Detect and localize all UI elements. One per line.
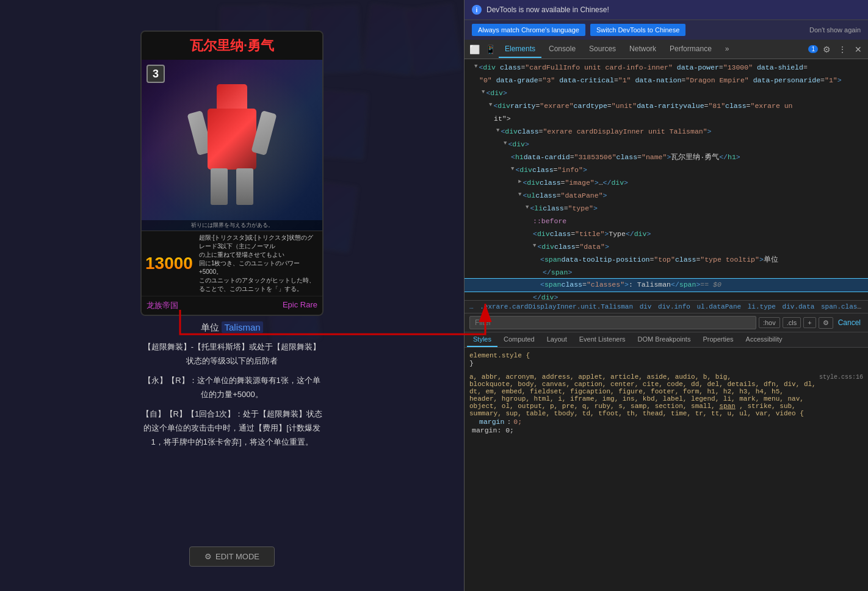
tree-line[interactable]: ► <div class="image">…</div> (465, 177, 868, 190)
devtools-info-text: DevTools is now available in Chinese! (486, 5, 861, 14)
filter-bar: :hov .cls + ⚙ Cancel (465, 313, 868, 332)
devtools-lang-bar: Always match Chrome's language Switch De… (465, 20, 868, 40)
element-style-selector: element.style { (469, 351, 863, 359)
css-sel-line2: blockquote, body, canvas, caption, cente… (469, 381, 863, 388)
style-origin: style.css:16 (819, 374, 863, 381)
tree-line-content: <div class="cardFullInfo unit card-info-… (479, 62, 863, 74)
tree-line[interactable]: ▼ <ul class="dataPane"> (465, 190, 868, 202)
card-title: 瓦尔里纳·勇气 (142, 32, 322, 60)
edit-mode-button[interactable]: ⚙ EDIT MODE (189, 546, 275, 567)
device-icon[interactable]: 📱 (483, 42, 497, 57)
more-options-icon[interactable]: ⋮ (835, 42, 850, 57)
tab-computed[interactable]: Computed (497, 332, 541, 347)
game-area: 瓦尔里纳·勇气 3 祈りには限界を与える力がある。 13000 超限·[トリクス… (0, 0, 464, 591)
card-nation: 龙族帝国 (146, 300, 178, 311)
tree-line[interactable]: ▼ <div class="data"> (465, 241, 868, 254)
css-sel-line4: header, hgroup, html, i, iframe, img, in… (469, 395, 863, 403)
robot-leg-left (211, 168, 228, 205)
card-stats-bar: 13000 超限·[トリクスタ]或·[トリクスタ]状態のグレード3以下（主にノー… (142, 231, 322, 296)
card-container: 瓦尔里纳·勇气 3 祈りには限界を与える力がある。 13000 超限·[トリクス… (140, 30, 324, 316)
cursor-icon[interactable]: ⬜ (467, 42, 482, 57)
effect-line-1: 超限·[トリクスタ]或·[トリクスタ]状態のグレード3以下（主にノーマル (199, 234, 315, 251)
effect-line-3: 回に1枚つき、このユニットのパワー+5000。 (199, 259, 315, 276)
styles-content: element.style { } a, abbr, acronym, addr… (465, 348, 868, 591)
badge-count: 1 (808, 45, 818, 53)
tab-more[interactable]: » (719, 41, 736, 58)
card-artwork (183, 72, 281, 206)
add-style-button[interactable]: + (803, 317, 816, 328)
tag-name-div: div (483, 63, 496, 71)
effect-line-4: このユニットのアタックがヒットした時、 (199, 276, 315, 285)
tab-layout[interactable]: Layout (541, 332, 573, 347)
breadcrumb: … .exrare.cardDisplayInner.unit.Talisman… (469, 303, 868, 310)
tree-line[interactable]: ▼ <div> (465, 87, 868, 100)
settings-style-button[interactable]: ⚙ (819, 317, 833, 329)
gear-icon: ⚙ (204, 552, 212, 561)
css-multi-selector-rule: a, abbr, acronym, address, applet, artic… (469, 373, 863, 434)
hov-filter-button[interactable]: :hov (759, 317, 780, 328)
dom-tree[interactable]: ▼ <div class="cardFullInfo unit card-inf… (465, 59, 868, 300)
attr-class: class (500, 63, 521, 71)
styles-tabs: Styles Computed Layout Event Listeners D… (465, 332, 868, 348)
tree-line[interactable]: ▼ <div rarity="exrare" cardtype="unit" d… (465, 100, 868, 113)
tree-line[interactable]: </div> (465, 292, 868, 300)
tree-line[interactable]: </span> (465, 267, 868, 279)
tab-elements[interactable]: Elements (499, 41, 541, 58)
tab-event-listeners[interactable]: Event Listeners (573, 332, 632, 347)
settings-icon[interactable]: ⚙ (819, 42, 834, 57)
tab-styles[interactable]: Styles (467, 332, 497, 347)
pseudo-before: ::before (533, 216, 566, 227)
cancel-filter-button[interactable]: Cancel (836, 317, 863, 328)
tab-network[interactable]: Network (623, 41, 662, 58)
tab-performance[interactable]: Performance (664, 41, 718, 58)
css-prop-margin: margin : 0; (469, 417, 863, 426)
tab-dom-breakpoints[interactable]: DOM Breakpoints (632, 332, 697, 347)
effect-line-5: ることで、このユニットを「」する。 (199, 285, 315, 293)
card-rarity: Epic Rare (283, 300, 317, 311)
tree-line[interactable]: ▼ <div class="cardFullInfo unit card-inf… (465, 62, 868, 74)
devtools-info-bar: i DevTools is now available in Chinese! (465, 0, 868, 20)
robot-head (217, 84, 247, 112)
switch-devtools-button[interactable]: Switch DevTools to Chinese (590, 24, 685, 36)
edit-mode-label: EDIT MODE (215, 552, 259, 561)
tree-line[interactable]: ▼ <div> (465, 138, 868, 151)
style-filter-input[interactable] (469, 316, 756, 329)
tree-line[interactable]: ▼ <div class="info"> (465, 164, 868, 177)
tree-line[interactable]: "0" data-grade="3" data-critical="1" dat… (465, 74, 868, 87)
element-style-closing: } (469, 359, 863, 367)
tree-line[interactable]: it"> (465, 113, 868, 126)
css-sel-line6: summary, sup, table, tbody, td, tfoot, t… (469, 410, 863, 417)
tab-properties[interactable]: Properties (696, 332, 739, 347)
css-closing-brace: margin: 0; (469, 426, 863, 434)
tree-line[interactable]: <div class="title">Type</div> (465, 228, 868, 241)
tree-line[interactable]: ::before (465, 215, 868, 228)
match-language-button[interactable]: Always match Chrome's language (472, 24, 585, 36)
cls-filter-button[interactable]: .cls (783, 317, 801, 328)
grade-badge: 3 (146, 65, 165, 83)
tab-accessibility[interactable]: Accessibility (740, 332, 789, 347)
breadcrumb-bar: … .exrare.cardDisplayInner.unit.Talisman… (465, 300, 868, 313)
tab-sources[interactable]: Sources (583, 41, 622, 58)
devtools-panel: i DevTools is now available in Chinese! … (464, 0, 868, 591)
tree-line[interactable]: ▼ <div class="exrare cardDisplayInner un… (465, 126, 868, 138)
tree-line[interactable]: <h1 data-cardid="31853506" class="name">… (465, 151, 868, 164)
close-icon[interactable]: ✕ (851, 42, 866, 57)
expand-arrow[interactable]: ▼ (474, 62, 477, 71)
attr-value-cardfullinfo: "cardFullInfo unit card-info-inner" (525, 63, 673, 71)
card-effect-text: 超限·[トリクスタ]或·[トリクスタ]状態のグレード3以下（主にノーマル の上に… (195, 234, 319, 293)
card-power-value: 13000 (145, 254, 193, 273)
robot-body (208, 109, 256, 170)
devtools-toolbar: ⬜ 📱 Elements Console Sources Network Per… (465, 40, 868, 59)
dont-show-button[interactable]: Don't show again (809, 26, 861, 34)
element-style-rule: element.style { } (469, 351, 863, 367)
card-bottom-bar: 龙族帝国 Epic Rare (142, 296, 322, 315)
tree-line-content: "0" data-grade="3" data-critical="1" dat… (479, 75, 863, 87)
selected-indicator: == $0 (700, 279, 722, 291)
tree-line[interactable]: <span data-tooltip-position="top" class=… (465, 254, 868, 267)
highlighted-tree-line[interactable]: <span class="classes">: Talisman</span> … (465, 279, 868, 292)
effect-line-2: の上に重ねて登場させてもよい (199, 251, 315, 259)
tree-line[interactable]: ▼ <li class="type"> (465, 202, 868, 215)
card-image: 3 祈りには限界を与える力がある。 (142, 60, 322, 231)
card-flavor-text: 祈りには限界を与える力がある。 (142, 220, 322, 231)
tab-console[interactable]: Console (543, 41, 582, 58)
